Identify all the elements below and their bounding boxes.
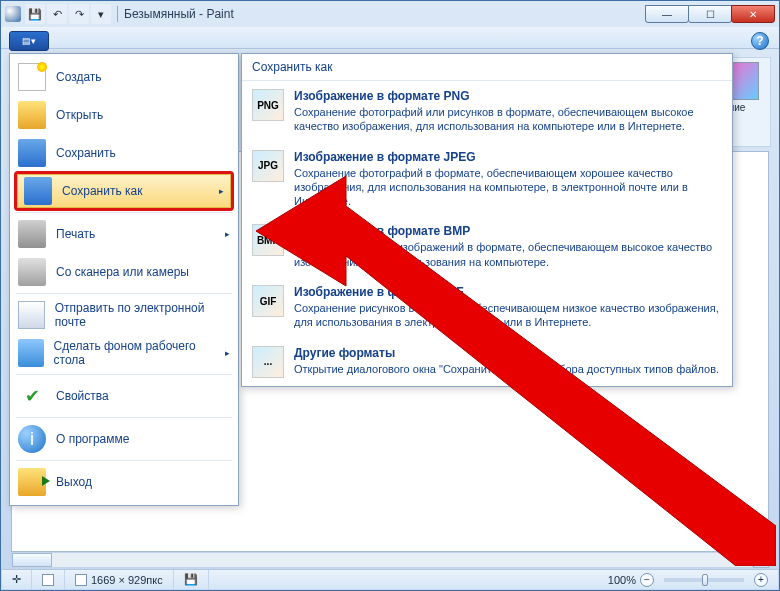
status-bar: ✛ 1669 × 929пкс 💾 100% − +: [2, 569, 778, 589]
menu-save[interactable]: Сохранить: [10, 134, 238, 172]
save-as-submenu: Сохранить как PNG Изображение в формате …: [241, 53, 733, 387]
file-tab-glyph: ▤▾: [22, 36, 36, 46]
menu-separator: [16, 374, 232, 375]
zoom-slider[interactable]: [664, 578, 744, 582]
menu-separator: [16, 212, 232, 213]
save-as-gif-desc: Сохранение рисунков в формате, обеспечив…: [294, 301, 722, 330]
menu-save-as[interactable]: Сохранить как ▸: [10, 172, 238, 210]
save-as-jpeg[interactable]: JPG Изображение в формате JPEG Сохранени…: [242, 142, 732, 217]
disk-icon: 💾: [184, 573, 198, 586]
maximize-button[interactable]: ☐: [688, 5, 732, 23]
status-zoom: 100% − +: [598, 570, 778, 589]
save-as-png-title: Изображение в формате PNG: [294, 89, 722, 103]
app-icon: [5, 6, 21, 22]
save-as-jpeg-desc: Сохранение фотографий в формате, обеспеч…: [294, 166, 722, 209]
save-as-submenu-header: Сохранить как: [242, 54, 732, 81]
info-icon: i: [18, 425, 46, 453]
menu-save-as-highlight: Сохранить как ▸: [14, 171, 234, 211]
minimize-button[interactable]: —: [645, 5, 689, 23]
status-filesize: 💾: [174, 570, 209, 589]
qat-redo-icon[interactable]: ↷: [69, 4, 89, 24]
status-dimensions-value: 1669 × 929пкс: [91, 574, 163, 586]
menu-exit-label: Выход: [56, 475, 92, 489]
menu-email[interactable]: Отправить по электронной почте: [10, 296, 238, 334]
save-as-jpeg-title: Изображение в формате JPEG: [294, 150, 722, 164]
other-format-icon: ...: [252, 346, 284, 378]
gif-icon: GIF: [252, 285, 284, 317]
open-icon: [18, 101, 46, 129]
file-menu: Создать Открыть Сохранить Сохранить как …: [9, 53, 239, 506]
qat-customize-icon[interactable]: ▾: [91, 4, 111, 24]
qat-undo-icon[interactable]: ↶: [47, 4, 67, 24]
png-icon: PNG: [252, 89, 284, 121]
new-icon: [18, 63, 46, 91]
horizontal-scrollbar[interactable]: [11, 552, 753, 568]
mail-icon: [18, 301, 45, 329]
menu-about-label: О программе: [56, 432, 129, 446]
print-icon: [18, 220, 46, 248]
chevron-right-icon: ▸: [225, 229, 230, 239]
save-as-other[interactable]: ... Другие форматы Открытие диалогового …: [242, 338, 732, 386]
desktop-icon: [18, 339, 44, 367]
save-icon: [18, 139, 46, 167]
menu-open[interactable]: Открыть: [10, 96, 238, 134]
help-button[interactable]: ?: [751, 32, 769, 50]
zoom-slider-thumb[interactable]: [702, 574, 708, 586]
chevron-right-icon: ▸: [219, 186, 224, 196]
save-as-png[interactable]: PNG Изображение в формате PNG Сохранение…: [242, 81, 732, 142]
ribbon-bar: [1, 27, 779, 49]
save-as-other-title: Другие форматы: [294, 346, 719, 360]
dimensions-icon: [75, 574, 87, 586]
save-as-png-desc: Сохранение фотографий или рисунков в фор…: [294, 105, 722, 134]
titlebar: 💾 ↶ ↷ ▾ Безымянный - Paint — ☐ ✕: [1, 1, 779, 27]
menu-separator: [16, 293, 232, 294]
qat-save-icon[interactable]: 💾: [25, 4, 45, 24]
save-as-icon: [24, 177, 52, 205]
menu-print-label: Печать: [56, 227, 95, 241]
menu-exit[interactable]: Выход: [10, 463, 238, 501]
menu-email-label: Отправить по электронной почте: [55, 301, 230, 329]
menu-separator: [16, 460, 232, 461]
hscroll-thumb[interactable]: [12, 553, 52, 567]
zoom-in-button[interactable]: +: [754, 573, 768, 587]
window-title: Безымянный - Paint: [124, 7, 234, 21]
save-as-gif[interactable]: GIF Изображение в формате GIF Сохранение…: [242, 277, 732, 338]
menu-properties[interactable]: ✔ Свойства: [10, 377, 238, 415]
menu-save-as-label: Сохранить как: [62, 184, 142, 198]
bmp-icon: BMP: [252, 224, 284, 256]
title-separator: [117, 6, 118, 22]
status-selection: [32, 570, 65, 589]
vscroll-down-button[interactable]: ▾: [753, 552, 769, 568]
save-as-bmp[interactable]: BMP Изображение в формате BMP Сохранение…: [242, 216, 732, 277]
menu-wallpaper[interactable]: Сделать фоном рабочего стола ▸: [10, 334, 238, 372]
window-controls: — ☐ ✕: [646, 5, 775, 23]
chevron-right-icon: ▸: [225, 348, 230, 358]
exit-icon: [18, 468, 46, 496]
status-dimensions: 1669 × 929пкс: [65, 570, 174, 589]
menu-print[interactable]: Печать ▸: [10, 215, 238, 253]
status-cursor: ✛: [2, 570, 32, 589]
menu-about[interactable]: i О программе: [10, 420, 238, 458]
menu-scanner-label: Со сканера или камеры: [56, 265, 189, 279]
zoom-out-button[interactable]: −: [640, 573, 654, 587]
menu-new-label: Создать: [56, 70, 102, 84]
menu-new[interactable]: Создать: [10, 58, 238, 96]
menu-wallpaper-label: Сделать фоном рабочего стола: [54, 339, 215, 367]
check-icon: ✔: [18, 382, 46, 410]
selection-icon: [42, 574, 54, 586]
scanner-icon: [18, 258, 46, 286]
save-as-bmp-title: Изображение в формате BMP: [294, 224, 722, 238]
menu-open-label: Открыть: [56, 108, 103, 122]
crosshair-icon: ✛: [12, 573, 21, 586]
menu-save-label: Сохранить: [56, 146, 116, 160]
save-as-bmp-desc: Сохранение любых изображений в формате, …: [294, 240, 722, 269]
menu-scanner[interactable]: Со сканера или камеры: [10, 253, 238, 291]
quick-access-toolbar: 💾 ↶ ↷ ▾: [25, 4, 111, 24]
save-as-other-desc: Открытие диалогового окна "Сохранить как…: [294, 362, 719, 376]
file-tab[interactable]: ▤▾: [9, 31, 49, 51]
close-button[interactable]: ✕: [731, 5, 775, 23]
menu-separator: [16, 417, 232, 418]
jpeg-icon: JPG: [252, 150, 284, 182]
save-as-gif-title: Изображение в формате GIF: [294, 285, 722, 299]
zoom-value: 100%: [608, 574, 636, 586]
